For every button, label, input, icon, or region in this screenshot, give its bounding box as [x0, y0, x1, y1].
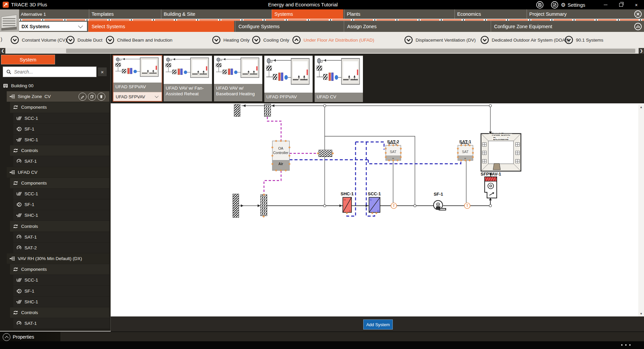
system-type-dropdown[interactable]: DX Systems [17, 21, 87, 31]
temperature-sensor-2[interactable]: T [465, 203, 470, 209]
tree-item-shc-1[interactable]: SHC-1 [13, 135, 109, 145]
tree-item-scc-1[interactable]: SCC-1 [13, 113, 109, 123]
ribbon-item-heating-only[interactable]: Heating Only [212, 36, 250, 44]
sat-1-controller[interactable]: SAT ▪▪ SAT-1 [457, 139, 474, 161]
ribbon-item-under-floor-air-distribution-ufad-[interactable]: Under Floor Air Distribution (UFAD) [292, 36, 374, 44]
sat-2-controller[interactable]: SAT ▪▪ SAT-2 [385, 139, 402, 161]
outdoor-air-damper[interactable] [261, 195, 267, 216]
tree-item-sat-2[interactable]: SAT-2 [13, 243, 109, 253]
building-thumbnail[interactable] [0, 9, 19, 32]
tab-systems[interactable]: Systems [272, 9, 343, 19]
tree-item-label: SAT-1 [24, 321, 37, 326]
add-system-button[interactable]: Add System [363, 319, 393, 330]
close-button[interactable]: × [631, 2, 641, 8]
subtab-configure-zone-equipment[interactable]: Configure Zone Equipment [491, 21, 638, 32]
minimize-button[interactable] [600, 2, 610, 8]
save-icon[interactable] [536, 1, 544, 9]
vertical-scrollbar[interactable]: ▲ ▼ [638, 104, 644, 316]
chart-view-icon[interactable] [634, 22, 642, 31]
search-clear-button[interactable]: × [98, 67, 107, 76]
tab-templates[interactable]: Templates [89, 9, 160, 19]
tab-project-summary[interactable]: Project Summary [527, 9, 638, 19]
system-diagram-canvas[interactable]: OA Controller Air SAT ▪▪ SAT-2 SAT ▪▪ SA… [111, 103, 638, 316]
tab-economics[interactable]: Economics [454, 9, 526, 19]
scroll-left-icon[interactable]: ❮ [0, 48, 5, 54]
tree-item-components[interactable]: Components [10, 102, 109, 112]
subtab-configure-systems[interactable]: Configure Systems [235, 21, 343, 32]
tree-item-shc-1[interactable]: SHC-1 [13, 210, 109, 220]
search-input[interactable]: Search... [3, 66, 97, 77]
tree-item-controls[interactable]: Controls [10, 307, 109, 318]
tree-item-building-00[interactable]: Building 00 [3, 81, 109, 91]
tree-item-label: Components [21, 267, 47, 272]
restore-button[interactable] [616, 2, 626, 8]
settings-button[interactable]: ⚙ Settings [561, 2, 585, 8]
system-type-value: DX Systems [21, 24, 50, 29]
ribbon-item-label: Heating Only [223, 38, 250, 43]
template-card-ufad-pfpvav[interactable]: UFAD PFPVAV [264, 56, 313, 102]
temperature-sensor-1[interactable]: T [391, 203, 397, 209]
horizontal-scroll-thumb[interactable] [66, 49, 635, 53]
properties-bar[interactable]: Properties [0, 332, 644, 341]
ribbon-item-chilled-beam-and-induction[interactable]: Chilled Beam and Induction [106, 36, 172, 44]
tab-plants[interactable]: Plants [344, 9, 453, 19]
zone-box[interactable]: Total Zone Demand [481, 132, 521, 171]
tree-item-vav-rh-30-min-default-dx-[interactable]: VAV RH (30% Min Default) (DX) [7, 253, 109, 264]
scroll-right-icon[interactable]: ❯ [639, 48, 644, 54]
outdoor-air-louver[interactable] [233, 194, 239, 217]
tree-item-components[interactable]: Components [10, 178, 109, 188]
tree-item-scc-1[interactable]: SCC-1 [13, 189, 109, 199]
exhaust-louver[interactable] [234, 104, 240, 116]
search-icon [6, 69, 11, 74]
return-air-damper[interactable] [319, 150, 332, 157]
heating-coil-shc1[interactable]: H C SHC-1 [340, 191, 354, 214]
tree-item-sf-1[interactable]: SF-1 [13, 199, 109, 210]
template-card-ufad-vav-w-fan-assisted-reheat[interactable]: UFAD VAV w/ Fan-Assisted Reheat [164, 56, 212, 101]
template-variant-dropdown[interactable]: UFAD SFPVAV [113, 92, 162, 101]
ribbon-item-cooling-only[interactable]: Cooling Only [252, 36, 289, 44]
terminal-unit-sfpvav1[interactable]: SFPVAV-1 [481, 171, 501, 198]
ribbon-item-dedicated-outdoor-air-system-doas-[interactable]: Dedicated Outdoor Air System (DOAS) [480, 36, 570, 44]
horizontal-scrollbar[interactable]: ❮ ❯ [0, 48, 644, 54]
ribbon-item-label: Displacement Ventilation (DV) [416, 38, 476, 43]
template-title: UFAD CV [315, 93, 363, 102]
tree-item-ufad-cv[interactable]: UFAD CV [7, 167, 109, 178]
relief-damper[interactable] [264, 104, 271, 116]
tree-item-scc-1[interactable]: SCC-1 [13, 275, 109, 285]
tree-item-components[interactable]: Components [10, 264, 109, 275]
supply-fan-sf1[interactable]: SF-1 [434, 192, 446, 210]
tree-item-sat-1[interactable]: SAT-1 [13, 232, 109, 242]
tree-item-sat-1[interactable]: SAT-1 [13, 318, 109, 329]
subtab-select-systems[interactable]: Select Systems [88, 21, 234, 32]
ribbon-item-displacement-ventilation-dv-[interactable]: Displacement Ventilation (DV) [404, 36, 476, 44]
tree-item-controls[interactable]: Controls [10, 145, 109, 156]
scroll-up-icon[interactable]: ▲ [638, 104, 644, 110]
tree-item-shc-1[interactable]: SHC-1 [13, 297, 109, 307]
template-card-ufad-vav-w-baseboard-heating[interactable]: UFAD VAV w/ Baseboard Heating [214, 56, 262, 101]
edit-button[interactable] [78, 93, 87, 101]
cooling-coil-scc1[interactable]: C C SCC-1 [368, 191, 381, 214]
scroll-down-icon[interactable]: ▼ [638, 311, 644, 316]
trash-button[interactable] [97, 93, 105, 101]
ribbon-overflow-text: ) [1, 37, 2, 42]
save-as-icon[interactable] [551, 1, 558, 9]
copy-button[interactable] [88, 93, 96, 101]
sidebar-tab-system[interactable]: System [1, 55, 55, 64]
overflow-dots-icon[interactable] [621, 344, 631, 346]
ribbon-item-90.1-systems[interactable]: 90.1 Systems [565, 36, 603, 44]
close-alternative-icon[interactable] [634, 10, 642, 18]
ribbon-item-double-duct[interactable]: Double Duct [66, 36, 102, 44]
tree-item-sf-1[interactable]: SF-1 [13, 124, 109, 134]
subtab-assign-zones[interactable]: Assign Zones [344, 21, 490, 32]
tree-item-sf-1[interactable]: SF-1 [13, 286, 109, 296]
template-card-ufad-sfpvav[interactable]: UFAD SFPVAVUFAD SFPVAV [113, 56, 162, 101]
expand-properties-icon[interactable] [3, 333, 10, 341]
tree-item-single-zone-cv[interactable]: Single Zone CV [7, 91, 109, 102]
tree-item-sat-1[interactable]: SAT-1 [13, 156, 109, 166]
oa-controller[interactable]: OA Controller Air [272, 140, 290, 171]
alternative-label[interactable]: Alternative 1 [21, 9, 46, 19]
template-card-ufad-cv[interactable]: UFAD CV [315, 56, 363, 102]
tree-item-controls[interactable]: Controls [10, 221, 109, 231]
ribbon-item-constant-volume-cv-[interactable]: Constant Volume (CV) [10, 36, 67, 44]
tab-building-site[interactable]: Building & Site [161, 9, 271, 19]
